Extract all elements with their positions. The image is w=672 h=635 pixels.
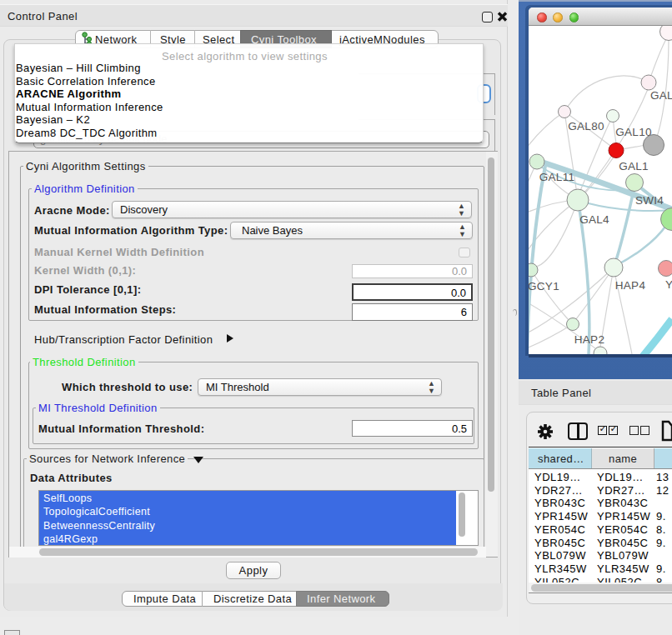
svg-text:GAL11: GAL11 (539, 171, 575, 183)
svg-text:GAL4: GAL4 (579, 213, 609, 226)
svg-text:GAL10: GAL10 (615, 126, 652, 138)
svg-text:SWI4: SWI4 (635, 194, 664, 207)
svg-text:HAP4: HAP4 (615, 279, 646, 292)
svg-text:GAL80: GAL80 (568, 120, 604, 132)
svg-text:GAL1: GAL1 (619, 160, 649, 172)
svg-text:YML: YML (665, 278, 672, 291)
svg-text:GAL2: GAL2 (650, 89, 672, 102)
svg-text:HAP2: HAP2 (574, 333, 604, 346)
svg-text:GCY1: GCY1 (529, 280, 559, 292)
